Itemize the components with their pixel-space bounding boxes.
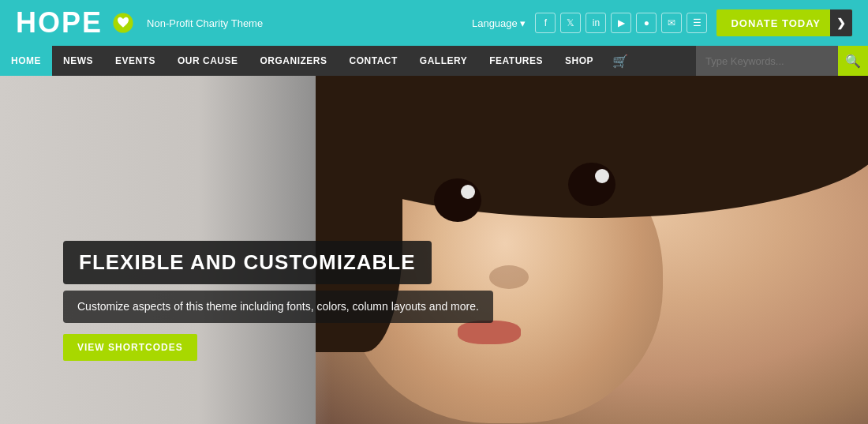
nav-item-organizers[interactable]: ORGANIZERS [249,46,339,76]
search-button[interactable]: 🔍 [838,46,868,76]
top-bar: HOPE Non-Profit Charity Theme Language ▾… [0,0,868,46]
nav-item-contact[interactable]: CONTACT [339,46,409,76]
youtube-icon[interactable]: ▶ [611,13,631,33]
linkedin-icon[interactable]: in [586,13,606,33]
nav-item-news[interactable]: NEWS [52,46,104,76]
social-icons: f 𝕏 in ▶ ● ✉ ☰ [535,13,707,33]
eye-highlight-left [461,185,475,199]
search-area: 🔍 [696,46,868,76]
search-input[interactable] [696,46,838,76]
nav-item-shop[interactable]: SHOP [554,46,604,76]
twitter-icon[interactable]: 𝕏 [560,13,581,33]
donate-label: DONATE TODAY [731,17,821,29]
nav-item-events[interactable]: EVENTS [104,46,166,76]
nav-item-home[interactable]: HOME [0,46,52,76]
eye-left [434,178,481,222]
donate-arrow-icon: ❯ [830,9,852,36]
tagline: Non-Profit Charity Theme [147,17,263,29]
hero-subtitle-box: Customize aspects of this theme includin… [63,291,493,323]
eye-right [568,163,615,206]
nav-links: HOME NEWS EVENTS OUR CAUSE ORGANIZERS CO… [0,46,636,76]
logo-text: HOPE [16,6,103,39]
flickr-icon[interactable]: ● [636,13,657,33]
hero-title: FLEXIBLE AND CUSTOMIZABLE [79,250,416,274]
hero-title-box: FLEXIBLE AND CUSTOMIZABLE [63,241,432,284]
hero-content: FLEXIBLE AND CUSTOMIZABLE Customize aspe… [63,241,493,361]
nose [489,265,529,289]
nav-bar: HOME NEWS EVENTS OUR CAUSE ORGANIZERS CO… [0,46,868,76]
logo-area: HOPE Non-Profit Charity Theme [16,6,263,39]
nav-item-features[interactable]: FEATURES [478,46,554,76]
cart-icon[interactable]: 🛒 [604,46,636,76]
email-icon[interactable]: ✉ [661,13,682,33]
hero-section: FLEXIBLE AND CUSTOMIZABLE Customize aspe… [0,76,868,424]
top-right-area: Language ▾ f 𝕏 in ▶ ● ✉ ☰ DONATE TODAY ❯ [472,9,852,36]
eye-highlight-right [595,169,609,183]
nav-item-gallery[interactable]: GALLERY [409,46,478,76]
facebook-icon[interactable]: f [535,13,556,33]
nav-item-our-cause[interactable]: OUR CAUSE [166,46,249,76]
hero-subtitle: Customize aspects of this theme includin… [77,300,479,313]
view-shortcodes-label: VIEW SHORTCODES [77,342,183,353]
view-shortcodes-button[interactable]: VIEW SHORTCODES [63,334,197,361]
logo-icon [112,12,134,34]
rss-icon[interactable]: ☰ [687,13,707,33]
donate-button[interactable]: DONATE TODAY ❯ [716,9,852,36]
language-selector[interactable]: Language ▾ [472,17,526,29]
